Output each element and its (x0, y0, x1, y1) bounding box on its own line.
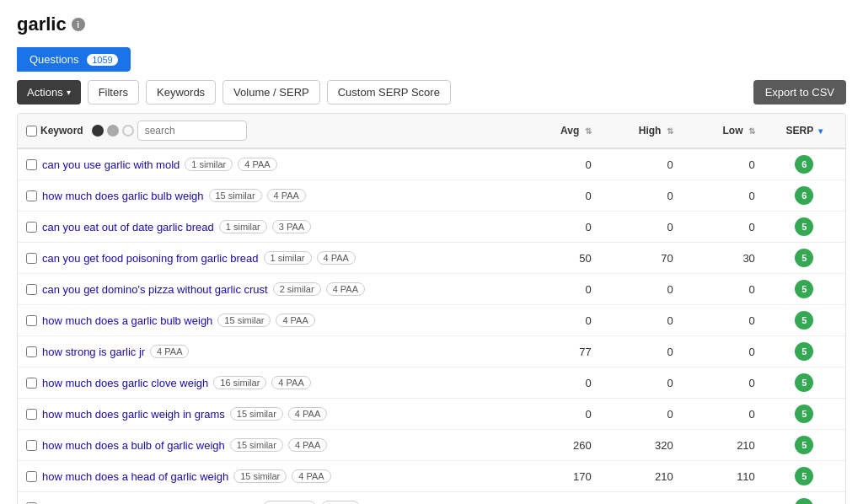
row-checkbox[interactable] (26, 346, 37, 357)
row-checkbox[interactable] (26, 222, 37, 233)
keyword-text[interactable]: how much does garlic weigh in grams (42, 408, 225, 421)
keyword-tag: 4 PAA (326, 282, 365, 296)
keyword-cell: can you use garlic with mold 1 similar4 … (18, 148, 518, 180)
low-cell: 30 (682, 243, 764, 274)
keyword-tag: 1 similar (219, 220, 267, 233)
select-all-checkbox[interactable] (26, 126, 37, 137)
low-cell: 0 (682, 212, 764, 243)
high-cell: 0 (600, 492, 682, 505)
info-icon[interactable]: i (72, 18, 85, 31)
keyword-text[interactable]: can you get domino's pizza without garli… (42, 283, 268, 296)
keyword-tag: 4 PAA (276, 314, 314, 327)
keywords-table: Keyword Avg ⇅ High ⇅ Low ⇅ (18, 114, 845, 504)
keyword-cell: how much does a head of garlic weigh 15 … (18, 461, 518, 492)
keyword-tag: 4 PAA (321, 501, 360, 504)
keyword-tag: 1 similar (264, 251, 312, 265)
serp-cell: 5 (764, 336, 845, 367)
table-row: how strong is garlic jr 4 PAA 77 0 0 5 (18, 336, 845, 367)
table-header-row: Keyword Avg ⇅ High ⇅ Low ⇅ (18, 114, 845, 148)
page-title: garlic i (17, 13, 846, 35)
row-checkbox[interactable] (26, 378, 37, 389)
keyword-cell: can you eat out of date garlic bread 1 s… (18, 212, 518, 243)
row-checkbox[interactable] (26, 409, 37, 420)
search-input[interactable] (137, 121, 247, 141)
title-text: garlic (17, 13, 67, 35)
serp-cell: 6 (764, 148, 845, 180)
low-cell: 0 (682, 305, 764, 336)
col-avg-header[interactable]: Avg ⇅ (518, 114, 600, 148)
keyword-tag: 4 PAA (317, 251, 356, 265)
keyword-text[interactable]: how much does garlic clove weigh (42, 377, 208, 389)
keyword-text[interactable]: can you get food poisoning from garlic b… (42, 252, 259, 265)
keyword-text[interactable]: how much does a garlic bulb weigh in gra… (42, 501, 258, 505)
keyword-cell: how much does a garlic bulb weigh in gra… (18, 492, 518, 505)
keyword-tag: 2 similar (273, 282, 321, 296)
keywords-button[interactable]: Keywords (146, 80, 216, 105)
tab-questions[interactable]: Questions 1059 (17, 47, 131, 72)
keyword-text[interactable]: how much does a bulb of garlic weigh (42, 439, 225, 452)
col-serp-header[interactable]: SERP ▾ (764, 114, 845, 148)
avg-cell: 0 (518, 180, 600, 212)
custom-label: Custom SERP Score (338, 86, 440, 99)
serp-cell: 5 (764, 492, 845, 505)
serp-cell: 5 (764, 367, 845, 399)
high-cell: 0 (600, 212, 682, 243)
keyword-cell: how much does garlic bulb weigh 15 simil… (18, 180, 518, 212)
row-checkbox[interactable] (26, 190, 37, 201)
keyword-tag: 4 PAA (292, 469, 330, 483)
col-high-header[interactable]: High ⇅ (600, 114, 682, 148)
low-cell: 0 (682, 180, 764, 212)
keyword-text[interactable]: how strong is garlic jr (42, 346, 145, 358)
keyword-text[interactable]: how much does garlic bulb weigh (42, 190, 204, 202)
table-row: how much does garlic weigh in grams 15 s… (18, 399, 845, 430)
keyword-cell: how much does a bulb of garlic weigh 15 … (18, 430, 518, 461)
avg-cell: 0 (518, 367, 600, 399)
high-cell: 0 (600, 399, 682, 430)
keyword-text[interactable]: can you use garlic with mold (42, 158, 180, 171)
avg-cell: 0 (518, 148, 600, 180)
keyword-text[interactable]: how much does a head of garlic weigh (42, 470, 228, 483)
low-cell: 0 (682, 367, 764, 399)
high-cell: 0 (600, 336, 682, 367)
export-button[interactable]: Export to CSV (753, 80, 846, 105)
keyword-tag: 4 PAA (267, 189, 306, 202)
volume-button[interactable]: Volume / SERP (222, 80, 320, 105)
row-checkbox[interactable] (26, 159, 37, 170)
volume-label: Volume / SERP (233, 86, 309, 99)
high-cell: 210 (600, 461, 682, 492)
keyword-cell: can you get domino's pizza without garli… (18, 274, 518, 305)
serp-badge: 6 (795, 155, 813, 174)
col-keyword-header: Keyword (18, 114, 518, 148)
export-label: Export to CSV (765, 86, 834, 99)
low-cell: 0 (682, 274, 764, 305)
table-row: how much does a head of garlic weigh 15 … (18, 461, 845, 492)
keyword-cell: how much does a garlic bulb weigh 15 sim… (18, 305, 518, 336)
circle-gray-icon (107, 125, 119, 137)
serp-badge: 5 (795, 249, 813, 267)
toolbar: Actions ▾ Filters Keywords Volume / SERP… (17, 80, 846, 105)
keyword-text[interactable]: how much does a garlic bulb weigh (42, 314, 212, 327)
keyword-tag: 15 similar (217, 314, 271, 327)
avg-cell: 0 (518, 212, 600, 243)
col-low-header[interactable]: Low ⇅ (682, 114, 764, 148)
row-checkbox[interactable] (26, 440, 37, 451)
table-row: can you use garlic with mold 1 similar4 … (18, 148, 845, 180)
row-checkbox[interactable] (26, 253, 37, 264)
filters-button[interactable]: Filters (88, 80, 139, 105)
keyword-text[interactable]: can you eat out of date garlic bread (42, 221, 214, 233)
avg-cell: 77 (518, 336, 600, 367)
row-checkbox[interactable] (26, 315, 37, 326)
custom-serp-button[interactable]: Custom SERP Score (327, 80, 451, 105)
keyword-tag: 15 similar (263, 501, 316, 504)
actions-button[interactable]: Actions ▾ (17, 80, 81, 105)
serp-badge: 5 (795, 436, 813, 454)
low-sort-icon: ⇅ (748, 126, 755, 136)
table-wrap: Keyword Avg ⇅ High ⇅ Low ⇅ (17, 113, 846, 504)
actions-label: Actions (27, 86, 63, 99)
serp-cell: 5 (764, 212, 845, 243)
row-checkbox[interactable] (26, 284, 37, 295)
avg-cell: 0 (518, 399, 600, 430)
low-cell: 210 (682, 430, 764, 461)
avg-cell: 0 (518, 305, 600, 336)
row-checkbox[interactable] (26, 471, 37, 482)
